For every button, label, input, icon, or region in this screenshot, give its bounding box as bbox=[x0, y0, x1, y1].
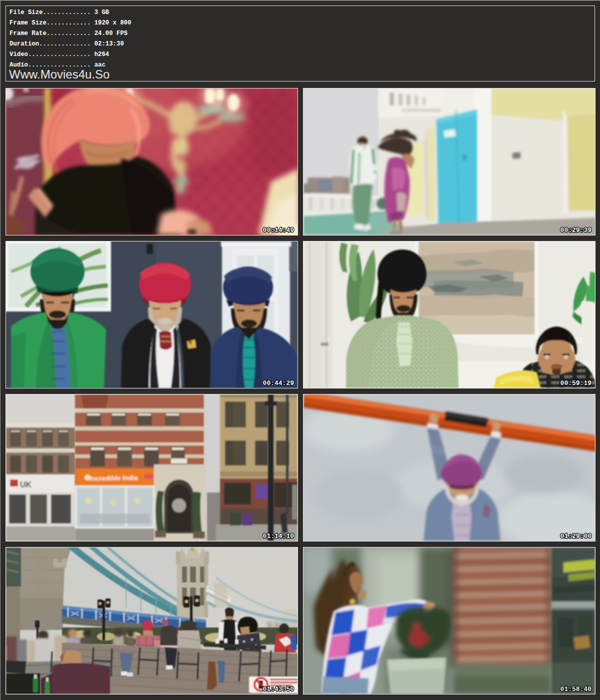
svg-text:01:43:50: 01:43:50 bbox=[263, 686, 294, 693]
svg-text:UK: UK bbox=[20, 480, 32, 489]
svg-text:01:14:10: 01:14:10 bbox=[263, 532, 294, 540]
svg-text:01:29:00: 01:29:00 bbox=[560, 532, 592, 540]
svg-text:01:58:40: 01:58:40 bbox=[560, 686, 592, 693]
svg-text:00:44:29: 00:44:29 bbox=[263, 380, 294, 387]
svg-text:00:29:39: 00:29:39 bbox=[560, 226, 592, 234]
svg-text:00:14:49: 00:14:49 bbox=[263, 226, 294, 234]
svg-text:00:59:19: 00:59:19 bbox=[560, 380, 592, 387]
svg-text:Incredible India: Incredible India bbox=[90, 474, 138, 482]
